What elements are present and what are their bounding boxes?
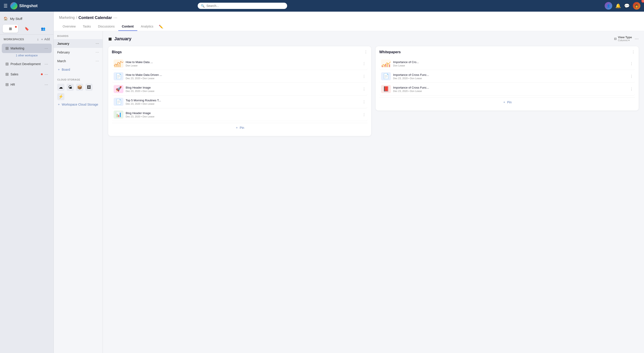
board-header: ◼ January ⊟ View Type Columns ▾ ⋯	[108, 36, 639, 42]
content-title: Blog Header Image	[126, 86, 360, 89]
column-more-icon[interactable]: ⋮	[632, 50, 635, 54]
content-title: Importance of Cross Func...	[393, 73, 628, 77]
svg-rect-8	[384, 65, 384, 67]
content-split: BOARDS January ⋯ February ⋯ March ⋯ ＋ Bo…	[54, 31, 644, 353]
svg-rect-7	[382, 66, 383, 67]
workspace-more-icon[interactable]: ⋯	[44, 46, 48, 51]
workspace-more-icon[interactable]: ⋯	[44, 62, 48, 66]
cloud-storage-section: CLOUD STORAGE ☁ 🌤 📦 🖼 ⚡ ＋ Workspace Clou…	[54, 78, 103, 107]
sidebar-item-hr[interactable]: ⊞ HR ⋯	[2, 80, 52, 89]
page-tabs: Overview Tasks Discussions Content Analy…	[59, 22, 639, 31]
content-more-icon[interactable]: ⋮	[630, 87, 633, 91]
user-avatar[interactable]: 👩	[633, 2, 640, 10]
layers-icon: ⊞	[5, 82, 9, 87]
sidebar-item-marketing[interactable]: ⊞ Marketing ⋯	[2, 44, 52, 53]
sidebar-item-sales[interactable]: ⊞ Sales ⋯	[2, 70, 52, 79]
cloud-icon-dropbox[interactable]: 📦	[76, 84, 83, 91]
content-more-icon[interactable]: ⋮	[630, 62, 633, 66]
sidebar-tab-bookmark[interactable]: 🔖	[19, 25, 34, 33]
hamburger-icon[interactable]: ☰	[4, 3, 8, 9]
tab-overview[interactable]: Overview	[59, 22, 79, 31]
content-item[interactable]: 📊 Blog Header Image Dec 23, 2020 • Don L…	[112, 108, 368, 121]
content-title: Importance of Cross Func...	[393, 86, 628, 89]
cloud-icon-gdrive[interactable]: ☁	[57, 84, 64, 91]
content-item[interactable]: 📕 Importance of Cross Func... Dec 23, 20…	[379, 83, 635, 96]
content-title: Top 5 Morning Routines T...	[126, 99, 360, 102]
content-meta: Don Lease	[126, 64, 360, 67]
content-more-icon[interactable]: ⋮	[362, 87, 366, 91]
tab-tasks[interactable]: Tasks	[79, 22, 94, 31]
notifications-icon[interactable]: 🔔	[616, 3, 621, 9]
messages-icon[interactable]: 💬	[624, 3, 630, 9]
workspace-more-icon[interactable]: ⋯	[44, 72, 48, 77]
content-item[interactable]: How to Make Data ... Don Lease ⋮	[112, 57, 368, 70]
content-item[interactable]: 📄 How to Make Data Driven ... Dec 23, 20…	[112, 70, 368, 83]
cloud-icon-onedrive[interactable]: 🖼	[86, 84, 92, 91]
search-input[interactable]	[206, 4, 284, 8]
breadcrumb: Marketing / Content Calendar ⋯	[59, 15, 639, 20]
boards-panel: BOARDS January ⋯ February ⋯ March ⋯ ＋ Bo…	[54, 31, 103, 353]
content-thumbnail: 📄	[114, 72, 124, 80]
people-icon: 👥	[41, 27, 46, 31]
svg-rect-9	[386, 64, 386, 67]
user-avatar-secondary[interactable]: 👤 1	[605, 2, 612, 10]
cloud-icon-box[interactable]: 🌤	[67, 84, 74, 91]
content-title: How to Make Data ...	[126, 60, 360, 64]
tab-analytics[interactable]: Analytics	[137, 22, 157, 31]
board-more-icon[interactable]: ⋯	[96, 59, 99, 63]
board-item-january[interactable]: January ⋯	[54, 39, 103, 48]
sidebar-item-product[interactable]: ⊞ Product Development ⋯	[2, 59, 52, 69]
board-more-icon[interactable]: ⋯	[96, 41, 99, 46]
content-item[interactable]: Importance of Cro... Don Lease ⋮	[379, 57, 635, 70]
content-title: Importance of Cro...	[393, 60, 628, 64]
content-more-icon[interactable]: ⋮	[630, 74, 633, 79]
view-type-button[interactable]: ⊟ View Type Columns ▾	[614, 36, 632, 42]
board-item-march[interactable]: March ⋯	[54, 57, 103, 65]
board-title-row: ◼ January	[108, 36, 132, 41]
other-workspace-label[interactable]: 1 other workspace	[0, 54, 54, 59]
content-more-icon[interactable]: ⋮	[362, 62, 366, 66]
pin-button[interactable]: ＋ Pin	[379, 97, 635, 107]
svg-rect-3	[117, 64, 118, 67]
columns-container: Blogs ⋮	[108, 46, 639, 136]
home-icon: 🏠	[4, 17, 8, 21]
content-thumbnail	[114, 60, 124, 68]
content-thumbnail: 📕	[381, 85, 391, 93]
column-more-icon[interactable]: ⋮	[364, 50, 368, 54]
content-item[interactable]: 📄 Top 5 Morning Routines T... Dec 23, 20…	[112, 96, 368, 108]
sidebar-tab-layers[interactable]: ⊞	[3, 25, 18, 33]
content-more-icon[interactable]: ⋮	[362, 74, 366, 79]
edit-icon[interactable]: ✏️	[159, 25, 163, 29]
board-item-february[interactable]: February ⋯	[54, 48, 103, 57]
sort-icon[interactable]: ↕	[37, 38, 39, 41]
content-meta: Dec 23, 2020 • Don Lease	[393, 90, 628, 92]
content-item[interactable]: 📄 Importance of Cross Func... Dec 23, 20…	[379, 70, 635, 83]
notification-badge: 1	[641, 0, 644, 3]
svg-rect-5	[120, 63, 120, 67]
content-more-icon[interactable]: ⋮	[362, 113, 366, 117]
board-more-icon[interactable]: ⋯	[634, 36, 639, 41]
workspace-more-icon[interactable]: ⋯	[44, 83, 48, 87]
svg-rect-4	[118, 64, 119, 67]
columns-icon: ⊟	[614, 37, 617, 41]
column-blogs-header: Blogs ⋮	[112, 50, 368, 54]
breadcrumb-more-icon[interactable]: ⋯	[113, 15, 118, 20]
sidebar-tab-people[interactable]: 👥	[35, 25, 51, 33]
add-workspace-btn[interactable]: ＋ Add	[40, 37, 50, 41]
breadcrumb-parent[interactable]: Marketing	[59, 16, 75, 20]
cloud-icon-sharepoint[interactable]: ⚡	[57, 93, 64, 100]
content-more-icon[interactable]: ⋮	[362, 100, 366, 104]
content-thumbnail: 📄	[381, 72, 391, 80]
board-more-icon[interactable]: ⋯	[96, 50, 99, 54]
tab-discussions[interactable]: Discussions	[94, 22, 118, 31]
add-workspace-cloud-button[interactable]: ＋ Workspace Cloud Storage	[57, 103, 99, 107]
pin-button[interactable]: ＋ Pin	[112, 123, 368, 132]
tab-content[interactable]: Content	[118, 22, 137, 31]
add-board-button[interactable]: ＋ Board	[54, 65, 103, 74]
board-actions: ⊟ View Type Columns ▾ ⋯	[614, 36, 639, 42]
sidebar: 🏠 My Stuff ⊞ 🔖 👥 Workspaces ↕ ＋ Add	[0, 12, 54, 353]
my-stuff-nav[interactable]: 🏠 My Stuff	[0, 14, 54, 23]
content-item[interactable]: 🚀 Blog Header Image Dec 23, 2020 • Don L…	[112, 83, 368, 96]
search-bar[interactable]: 🔍	[198, 3, 287, 9]
content-info: Importance of Cross Func... Dec 23, 2020…	[393, 86, 628, 92]
